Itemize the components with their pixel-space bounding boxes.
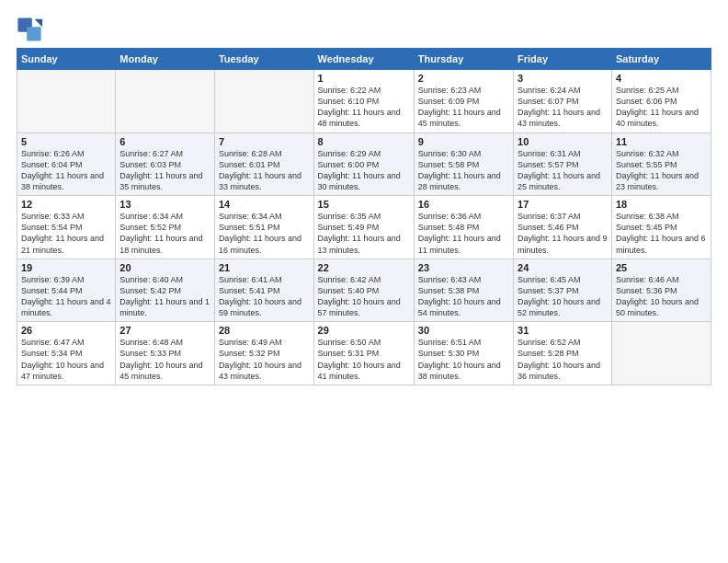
day-info: Sunrise: 6:27 AMSunset: 6:03 PMDaylight:…	[119, 149, 202, 191]
calendar-cell: 9Sunrise: 6:30 AMSunset: 5:58 PMDaylight…	[414, 132, 513, 196]
day-number: 24	[518, 262, 608, 273]
day-info: Sunrise: 6:46 AMSunset: 5:36 PMDaylight:…	[616, 275, 699, 317]
day-number: 31	[518, 325, 608, 336]
day-number: 21	[219, 262, 310, 273]
svg-rect-2	[27, 27, 40, 40]
day-info: Sunrise: 6:37 AMSunset: 5:46 PMDaylight:…	[518, 212, 608, 254]
day-info: Sunrise: 6:43 AMSunset: 5:38 PMDaylight:…	[418, 275, 501, 317]
calendar-cell: 2Sunrise: 6:23 AMSunset: 6:09 PMDaylight…	[414, 70, 513, 133]
day-info: Sunrise: 6:48 AMSunset: 5:33 PMDaylight:…	[119, 338, 202, 380]
calendar-cell: 3Sunrise: 6:24 AMSunset: 6:07 PMDaylight…	[514, 70, 612, 133]
weekday-header: Thursday	[414, 49, 513, 70]
day-number: 16	[418, 199, 509, 210]
day-info: Sunrise: 6:24 AMSunset: 6:07 PMDaylight:…	[518, 86, 600, 128]
day-info: Sunrise: 6:42 AMSunset: 5:40 PMDaylight:…	[318, 275, 401, 317]
calendar-cell: 20Sunrise: 6:40 AMSunset: 5:42 PMDayligh…	[116, 259, 215, 322]
day-number: 22	[318, 262, 410, 273]
day-number: 19	[21, 262, 111, 273]
calendar-cell: 4Sunrise: 6:25 AMSunset: 6:06 PMDaylight…	[611, 70, 711, 133]
day-number: 3	[518, 73, 608, 84]
calendar-cell: 13Sunrise: 6:34 AMSunset: 5:52 PMDayligh…	[116, 196, 215, 259]
day-info: Sunrise: 6:41 AMSunset: 5:41 PMDaylight:…	[219, 275, 301, 317]
calendar-cell: 24Sunrise: 6:45 AMSunset: 5:37 PMDayligh…	[514, 259, 612, 322]
day-number: 20	[119, 262, 210, 273]
weekday-header: Sunday	[17, 49, 116, 70]
day-number: 8	[318, 136, 410, 147]
day-number: 13	[119, 199, 210, 210]
day-info: Sunrise: 6:28 AMSunset: 6:01 PMDaylight:…	[219, 149, 301, 191]
calendar-cell: 5Sunrise: 6:26 AMSunset: 6:04 PMDaylight…	[17, 132, 116, 196]
calendar-cell	[611, 322, 711, 385]
day-info: Sunrise: 6:22 AMSunset: 6:10 PMDaylight:…	[318, 86, 401, 128]
day-number: 10	[518, 136, 608, 147]
calendar-cell: 17Sunrise: 6:37 AMSunset: 5:46 PMDayligh…	[514, 196, 612, 259]
day-number: 30	[418, 325, 509, 336]
day-number: 1	[318, 73, 410, 84]
day-number: 29	[318, 325, 410, 336]
calendar-cell: 27Sunrise: 6:48 AMSunset: 5:33 PMDayligh…	[116, 322, 215, 385]
day-info: Sunrise: 6:26 AMSunset: 6:04 PMDaylight:…	[21, 149, 104, 191]
day-info: Sunrise: 6:45 AMSunset: 5:37 PMDaylight:…	[518, 275, 600, 317]
day-number: 11	[616, 136, 707, 147]
calendar-cell: 30Sunrise: 6:51 AMSunset: 5:30 PMDayligh…	[414, 322, 513, 385]
calendar-cell: 28Sunrise: 6:49 AMSunset: 5:32 PMDayligh…	[214, 322, 313, 385]
day-number: 9	[418, 136, 509, 147]
calendar-cell: 10Sunrise: 6:31 AMSunset: 5:57 PMDayligh…	[514, 132, 612, 196]
day-info: Sunrise: 6:23 AMSunset: 6:09 PMDaylight:…	[418, 86, 501, 128]
calendar-cell: 8Sunrise: 6:29 AMSunset: 6:00 PMDaylight…	[313, 132, 414, 196]
calendar-cell: 18Sunrise: 6:38 AMSunset: 5:45 PMDayligh…	[611, 196, 711, 259]
calendar-cell	[116, 70, 215, 133]
day-info: Sunrise: 6:51 AMSunset: 5:30 PMDaylight:…	[418, 338, 501, 380]
day-info: Sunrise: 6:38 AMSunset: 5:45 PMDaylight:…	[616, 212, 706, 254]
calendar-cell: 26Sunrise: 6:47 AMSunset: 5:34 PMDayligh…	[17, 322, 116, 385]
calendar-cell: 1Sunrise: 6:22 AMSunset: 6:10 PMDaylight…	[313, 70, 414, 133]
day-number: 6	[119, 136, 210, 147]
day-info: Sunrise: 6:40 AMSunset: 5:42 PMDaylight:…	[119, 275, 210, 317]
calendar-cell: 12Sunrise: 6:33 AMSunset: 5:54 PMDayligh…	[17, 196, 116, 259]
calendar-cell: 23Sunrise: 6:43 AMSunset: 5:38 PMDayligh…	[414, 259, 513, 322]
day-info: Sunrise: 6:47 AMSunset: 5:34 PMDaylight:…	[21, 338, 104, 380]
day-info: Sunrise: 6:36 AMSunset: 5:48 PMDaylight:…	[418, 212, 501, 254]
day-number: 26	[21, 325, 111, 336]
day-info: Sunrise: 6:49 AMSunset: 5:32 PMDaylight:…	[219, 338, 301, 380]
day-info: Sunrise: 6:25 AMSunset: 6:06 PMDaylight:…	[616, 86, 699, 128]
day-number: 15	[318, 199, 410, 210]
day-info: Sunrise: 6:33 AMSunset: 5:54 PMDaylight:…	[21, 212, 104, 254]
day-info: Sunrise: 6:34 AMSunset: 5:51 PMDaylight:…	[219, 212, 301, 254]
day-number: 14	[219, 199, 310, 210]
day-number: 17	[518, 199, 608, 210]
day-info: Sunrise: 6:52 AMSunset: 5:28 PMDaylight:…	[518, 338, 600, 380]
logo	[17, 17, 44, 42]
day-number: 28	[219, 325, 310, 336]
day-number: 4	[616, 73, 707, 84]
weekday-header: Saturday	[611, 49, 711, 70]
calendar-cell: 6Sunrise: 6:27 AMSunset: 6:03 PMDaylight…	[116, 132, 215, 196]
weekday-header: Monday	[116, 49, 215, 70]
day-number: 5	[21, 136, 111, 147]
calendar-table: SundayMondayTuesdayWednesdayThursdayFrid…	[17, 48, 711, 385]
calendar-cell	[214, 70, 313, 133]
calendar-cell: 25Sunrise: 6:46 AMSunset: 5:36 PMDayligh…	[611, 259, 711, 322]
day-info: Sunrise: 6:31 AMSunset: 5:57 PMDaylight:…	[518, 149, 600, 191]
weekday-header: Tuesday	[214, 49, 313, 70]
logo-icon	[17, 17, 42, 42]
day-info: Sunrise: 6:30 AMSunset: 5:58 PMDaylight:…	[418, 149, 501, 191]
day-info: Sunrise: 6:50 AMSunset: 5:31 PMDaylight:…	[318, 338, 401, 380]
day-number: 23	[418, 262, 509, 273]
weekday-header: Friday	[514, 49, 612, 70]
day-number: 25	[616, 262, 707, 273]
calendar-cell: 31Sunrise: 6:52 AMSunset: 5:28 PMDayligh…	[514, 322, 612, 385]
calendar-cell: 19Sunrise: 6:39 AMSunset: 5:44 PMDayligh…	[17, 259, 116, 322]
calendar-cell: 22Sunrise: 6:42 AMSunset: 5:40 PMDayligh…	[313, 259, 414, 322]
day-number: 18	[616, 199, 707, 210]
day-number: 2	[418, 73, 509, 84]
calendar-cell: 11Sunrise: 6:32 AMSunset: 5:55 PMDayligh…	[611, 132, 711, 196]
calendar-cell: 14Sunrise: 6:34 AMSunset: 5:51 PMDayligh…	[214, 196, 313, 259]
day-number: 12	[21, 199, 111, 210]
calendar-cell: 7Sunrise: 6:28 AMSunset: 6:01 PMDaylight…	[214, 132, 313, 196]
day-info: Sunrise: 6:35 AMSunset: 5:49 PMDaylight:…	[318, 212, 401, 254]
calendar-cell: 29Sunrise: 6:50 AMSunset: 5:31 PMDayligh…	[313, 322, 414, 385]
weekday-header: Wednesday	[313, 49, 414, 70]
calendar-cell: 21Sunrise: 6:41 AMSunset: 5:41 PMDayligh…	[214, 259, 313, 322]
calendar-cell: 16Sunrise: 6:36 AMSunset: 5:48 PMDayligh…	[414, 196, 513, 259]
